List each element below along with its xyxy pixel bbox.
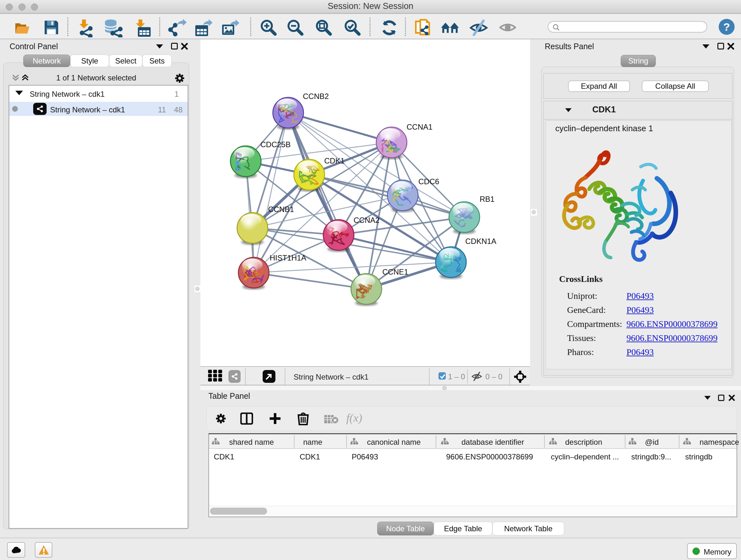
svg-text:CCNE1: CCNE1 <box>382 267 408 276</box>
svg-text:RB1: RB1 <box>480 195 495 203</box>
svg-text:HIST1H1A: HIST1H1A <box>270 253 307 262</box>
svg-text:CDKN1A: CDKN1A <box>465 237 496 246</box>
svg-text:CDC25B: CDC25B <box>260 140 291 149</box>
svg-text:CDK1: CDK1 <box>324 157 345 165</box>
svg-text:CCNB2: CCNB2 <box>303 92 329 101</box>
svg-text:CCNA2: CCNA2 <box>354 216 380 225</box>
svg-text:CDC6: CDC6 <box>418 177 439 186</box>
svg-text:CCNA1: CCNA1 <box>407 123 432 131</box>
svg-text:CCNB1: CCNB1 <box>268 205 294 213</box>
